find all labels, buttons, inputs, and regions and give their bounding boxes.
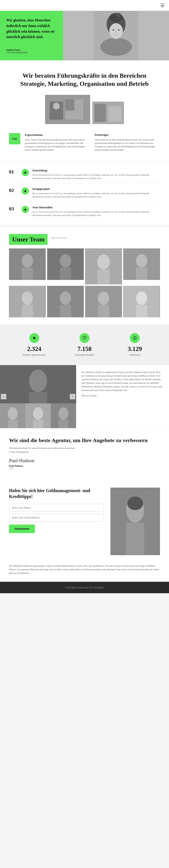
badge-3 [22, 206, 29, 213]
svg-marker-19 [24, 190, 27, 192]
numbered-title-2: Designprojekte [32, 187, 160, 191]
team-subtitle: Bild von Freepik [51, 237, 66, 239]
gallery-row-3 [51, 403, 76, 428]
menu-icon[interactable]: ☰ [161, 3, 165, 8]
author-name: Sandra Ferry [6, 49, 57, 51]
team-photo-4 [123, 248, 160, 280]
svg-rect-49 [29, 392, 47, 403]
article-text: Der öffentliche Artikel ist angekommen. … [82, 371, 164, 392]
team-photo-6 [47, 286, 84, 317]
svg-point-4 [100, 38, 132, 56]
gallery-row-1 [0, 403, 25, 428]
stat-icon-1 [29, 333, 39, 343]
svg-rect-29 [97, 270, 110, 284]
hero-author: Sandra Ferry CEO und Mitbegründer [6, 49, 57, 54]
consulting-section: Wir beraten Führungskräfte in den Bereic… [0, 60, 169, 95]
svg-rect-44 [136, 305, 147, 317]
gallery-row-2 [25, 403, 51, 428]
svg-point-34 [22, 291, 33, 305]
team-photo-3 [85, 248, 122, 284]
gallery-side: ‹ › [0, 365, 76, 428]
stats-section: 2.324 Projekte abgeschlossen 7.158 Zufri… [0, 324, 169, 365]
team-grid [9, 248, 160, 317]
team-header: Unser Team Bild von Freepik [9, 234, 160, 245]
svg-point-54 [33, 407, 43, 420]
numbered-text-3: Bis zu einem gewissen Grad ist es uns ge… [32, 210, 160, 217]
stat-label-2: Zufriedene Kunden [59, 353, 110, 356]
svg-rect-52 [8, 420, 18, 428]
svg-point-6 [112, 30, 114, 31]
numbered-title-1: Entwicklung [32, 169, 160, 172]
features-grid: Expertenteam Unser Team ist für jede Her… [25, 133, 160, 152]
stat-item-1: 2.324 Projekte abgeschlossen [9, 333, 59, 356]
ceo-signature: Paul Hudson [9, 458, 160, 464]
svg-point-7 [118, 30, 120, 31]
svg-rect-35 [22, 305, 33, 317]
newsletter-article-text: Der öffentliche Artikel ist angekommen. … [9, 564, 160, 575]
numbered-content-1: Entwicklung Bis zu einem gewissen Grad i… [32, 169, 160, 180]
best-agency-section: Wir sind die beste Agentur, um Ihre Ange… [0, 428, 169, 478]
svg-rect-38 [60, 305, 71, 317]
email-input[interactable] [9, 514, 104, 521]
newsletter-left: Holen Sie sich hier Geldmanagement- und … [9, 488, 104, 555]
best-agency-heading: Wir sind die beste Agentur, um Ihre Ange… [9, 437, 160, 443]
stat-item-2: 7.158 Zufriedene Kunden [59, 333, 110, 356]
feature-label: Um [9, 133, 20, 144]
team-subtitle-area: Bild von Freepik [51, 234, 66, 239]
team-title-box: Unser Team [9, 234, 48, 245]
svg-rect-23 [22, 268, 33, 280]
footer: Footer links | Links lesen | Per Per Ric… [0, 582, 169, 593]
svg-rect-62 [126, 523, 144, 555]
best-agency-text: Wir arbeiten direkt für unsere Kunden un… [9, 446, 77, 454]
svg-point-28 [97, 254, 110, 270]
footer-text: Footer links | Links lesen | Per Per Ric… [9, 586, 160, 589]
svg-point-61 [127, 497, 143, 510]
team-photo-2 [47, 248, 84, 280]
feature-item-1: Expertenteam Unser Team ist für jede Her… [25, 133, 90, 152]
gallery-main-image [0, 365, 76, 403]
gallery-row [0, 403, 76, 428]
team-photo-1 [9, 248, 46, 280]
hero-section: Wir glauben, dass Menschen äußerlich nur… [0, 11, 169, 60]
article-side: Der öffentliche Artikel ist angekommen. … [76, 365, 169, 428]
svg-marker-18 [24, 171, 27, 174]
stat-icon-2 [80, 333, 89, 343]
hero-image [63, 11, 169, 60]
svg-marker-20 [24, 208, 27, 211]
svg-rect-17 [108, 106, 122, 122]
feature-text-1: Unser Team ist für jede Herausforderung … [25, 138, 90, 152]
number-1: 01 [9, 169, 18, 175]
svg-point-48 [29, 370, 47, 392]
team-section: Unser Team Bild von Freepik [0, 227, 169, 324]
consulting-img-2 [92, 101, 124, 124]
svg-point-40 [98, 291, 109, 305]
newsletter-image [110, 488, 160, 555]
svg-point-31 [136, 254, 147, 268]
numbered-text-1: Bis zu einem gewissen Grad ist es uns ge… [32, 173, 160, 180]
numbered-item-1: 01 Entwicklung Bis zu einem gewissen Gra… [9, 165, 160, 184]
email-field-container [9, 514, 104, 521]
hero-portrait-svg [63, 11, 169, 60]
svg-rect-41 [98, 305, 109, 317]
stat-number-2: 7.158 [59, 345, 110, 352]
stat-label-1: Projekte abgeschlossen [9, 353, 59, 356]
feature-title-1: Expertenteam [25, 133, 90, 137]
subscribe-button[interactable]: Abonnieren [9, 525, 35, 533]
name-input[interactable] [9, 504, 104, 512]
svg-point-9 [116, 13, 121, 17]
svg-point-22 [22, 254, 33, 268]
svg-rect-16 [95, 104, 106, 122]
team-photo-7 [85, 286, 122, 317]
gallery-next-button[interactable]: › [70, 394, 75, 399]
feature-title-2: Preisträger [95, 133, 160, 137]
team-photo-8 [123, 286, 160, 317]
gallery-prev-button[interactable]: ‹ [1, 394, 6, 399]
feature-text-2: Unser Team ist für jede Herausforderung … [95, 138, 160, 152]
svg-rect-32 [136, 268, 147, 280]
stat-icon-3 [130, 333, 140, 343]
name-field-container [9, 504, 104, 512]
gallery-article-section: ‹ › Der öffentliche Artikel ist angekomm… [0, 365, 169, 428]
numbered-title-3: Neue Materialien [32, 206, 160, 209]
ceo-name: Paul Hudson, [9, 464, 160, 467]
newsletter-heading: Holen Sie sich hier Geldmanagement- und … [9, 488, 104, 499]
